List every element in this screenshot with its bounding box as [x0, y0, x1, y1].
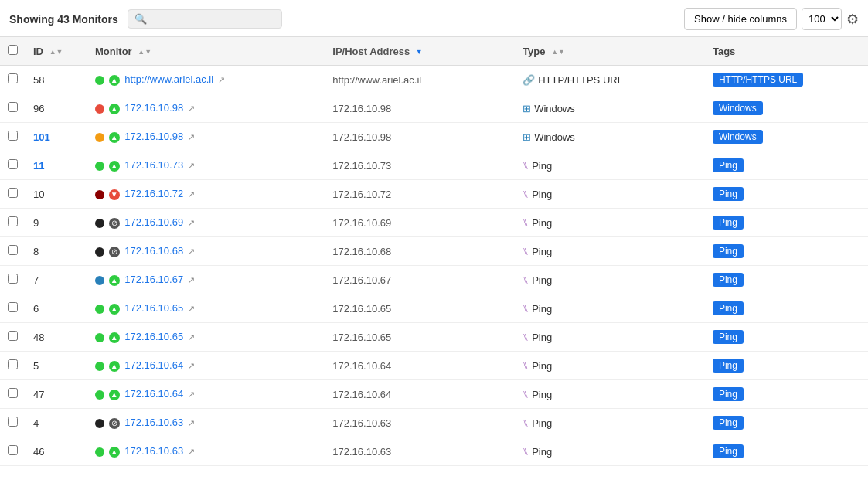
monitor-link[interactable]: 172.16.10.68: [124, 245, 183, 257]
monitors-table: ID ▲▼ Monitor ▲▼ IP/Host Address ▼ Type …: [0, 36, 868, 466]
external-link-icon[interactable]: ↗: [218, 75, 225, 84]
gear-icon[interactable]: ⚙: [846, 11, 859, 28]
monitor-link[interactable]: 172.16.10.64: [124, 359, 183, 371]
monitor-link[interactable]: 172.16.10.98: [124, 102, 183, 114]
external-link-icon[interactable]: ↗: [188, 361, 195, 370]
tag-badge[interactable]: Ping: [713, 301, 744, 315]
sort-type-icon[interactable]: ▲▼: [551, 49, 565, 56]
row-checkbox[interactable]: [8, 102, 18, 112]
monitor-link[interactable]: 172.16.10.73: [124, 159, 183, 171]
monitor-link[interactable]: 172.16.10.63: [124, 445, 183, 457]
monitor-link[interactable]: 172.16.10.65: [124, 302, 183, 314]
status-up-icon: ▲: [109, 132, 120, 143]
monitor-link[interactable]: 172.16.10.69: [124, 216, 183, 228]
external-link-icon[interactable]: ↗: [188, 332, 195, 342]
external-link-icon[interactable]: ↗: [188, 104, 195, 113]
row-id: 4: [26, 409, 87, 437]
status-dot: [95, 447, 104, 457]
search-input[interactable]: [150, 13, 275, 25]
row-checkbox[interactable]: [8, 131, 18, 141]
external-link-icon[interactable]: ↗: [188, 218, 195, 227]
per-page-select[interactable]: 100: [802, 8, 842, 30]
show-hide-columns-button[interactable]: Show / hide columns: [684, 8, 797, 30]
external-link-icon[interactable]: ↗: [188, 447, 195, 456]
row-ip: 172.16.10.65: [325, 323, 515, 352]
row-monitor: ▲ 172.16.10.67 ↗: [87, 266, 325, 294]
status-dot: [95, 276, 104, 285]
status-up-icon: ▲: [109, 304, 120, 315]
tag-badge[interactable]: Ping: [713, 273, 744, 287]
external-link-icon[interactable]: ↗: [188, 418, 195, 427]
row-checkbox[interactable]: [8, 188, 18, 198]
row-checkbox[interactable]: [8, 388, 18, 398]
row-monitor: ▲ 172.16.10.64 ↗: [87, 352, 325, 380]
monitor-link[interactable]: 172.16.10.98: [124, 131, 183, 142]
row-checkbox[interactable]: [8, 417, 18, 427]
row-checkbox[interactable]: [8, 331, 18, 341]
monitor-link[interactable]: 172.16.10.72: [124, 188, 183, 199]
external-link-icon[interactable]: ↗: [188, 132, 195, 141]
row-type: ⊞Windows: [515, 94, 705, 123]
col-header-ip[interactable]: IP/Host Address ▼: [325, 37, 515, 66]
row-checkbox[interactable]: [8, 445, 18, 455]
row-monitor: ⊘ 172.16.10.69 ↗: [87, 209, 325, 237]
row-id: 47: [26, 380, 87, 409]
monitor-link[interactable]: 172.16.10.63: [124, 417, 183, 428]
type-label: Ping: [532, 274, 552, 286]
select-all-checkbox[interactable]: [8, 45, 18, 55]
tag-badge[interactable]: Windows: [713, 101, 763, 115]
row-checkbox[interactable]: [8, 302, 18, 312]
tag-badge[interactable]: Ping: [713, 330, 744, 344]
tag-badge[interactable]: Ping: [713, 158, 744, 172]
row-checkbox[interactable]: [8, 216, 18, 226]
external-link-icon[interactable]: ↗: [188, 161, 195, 170]
external-link-icon[interactable]: ↗: [188, 275, 195, 284]
sort-id-icon[interactable]: ▲▼: [49, 49, 63, 56]
tag-badge[interactable]: Ping: [713, 244, 744, 258]
row-checkbox[interactable]: [8, 359, 18, 369]
monitor-link[interactable]: 172.16.10.64: [124, 388, 183, 400]
sort-ip-icon[interactable]: ▼: [416, 49, 423, 56]
ping-icon: ⑊: [523, 417, 529, 429]
row-checkbox[interactable]: [8, 159, 18, 169]
monitor-link[interactable]: 172.16.10.67: [124, 274, 183, 285]
external-link-icon[interactable]: ↗: [188, 390, 195, 399]
row-id: 5: [26, 352, 87, 380]
col-header-monitor[interactable]: Monitor ▲▼: [87, 37, 325, 66]
ping-icon: ⑊: [523, 446, 529, 458]
monitor-link[interactable]: 172.16.10.65: [124, 331, 183, 342]
table-header-row: ID ▲▼ Monitor ▲▼ IP/Host Address ▼ Type …: [0, 37, 868, 66]
external-link-icon[interactable]: ↗: [188, 247, 195, 256]
tag-badge[interactable]: Ping: [713, 187, 744, 201]
tag-badge[interactable]: Ping: [713, 387, 744, 401]
status-down-icon: ▼: [109, 189, 120, 200]
type-label: Ping: [532, 417, 552, 429]
tag-badge[interactable]: Windows: [713, 130, 763, 144]
row-checkbox[interactable]: [8, 274, 18, 284]
tag-badge[interactable]: Ping: [713, 359, 744, 373]
external-link-icon[interactable]: ↗: [188, 304, 195, 313]
row-ip: 172.16.10.64: [325, 352, 515, 380]
status-up-icon: ▲: [109, 332, 120, 343]
col-header-id[interactable]: ID ▲▼: [26, 37, 87, 66]
row-monitor: ⊘ 172.16.10.68 ↗: [87, 237, 325, 266]
tag-badge[interactable]: Ping: [713, 416, 744, 430]
status-up-icon: ▲: [109, 361, 120, 372]
sort-monitor-icon[interactable]: ▲▼: [138, 49, 151, 56]
status-dot: [95, 305, 104, 314]
tag-badge[interactable]: Ping: [713, 444, 744, 458]
status-dot: [95, 190, 104, 199]
external-link-icon[interactable]: ↗: [188, 189, 195, 199]
status-slash-icon: ⊘: [109, 418, 120, 429]
windows-icon: ⊞: [523, 103, 531, 114]
row-checkbox[interactable]: [8, 245, 18, 255]
monitor-link[interactable]: http://www.ariel.ac.il: [124, 73, 213, 85]
tag-badge[interactable]: Ping: [713, 216, 744, 230]
row-id: 96: [26, 94, 87, 123]
ping-icon: ⑊: [523, 274, 529, 286]
windows-icon: ⊞: [523, 131, 531, 143]
row-tag: HTTP/HTTPS URL: [705, 66, 868, 94]
tag-badge[interactable]: HTTP/HTTPS URL: [713, 73, 803, 87]
col-header-type[interactable]: Type ▲▼: [515, 37, 705, 66]
row-checkbox[interactable]: [8, 73, 18, 83]
